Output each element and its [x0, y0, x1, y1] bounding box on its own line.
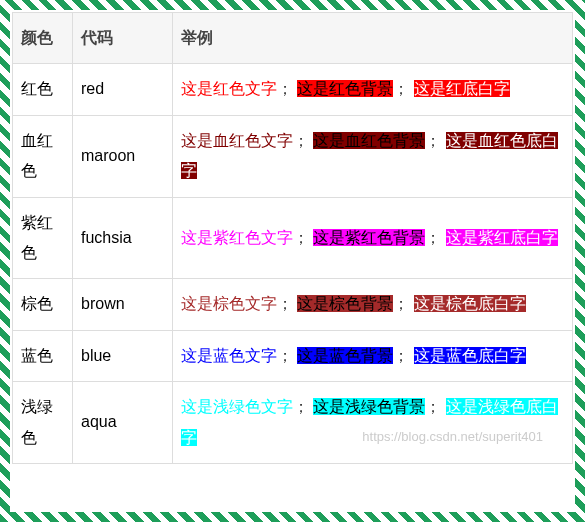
color-example: 这是浅绿色文字； 这是浅绿色背景； 这是浅绿色底白字 — [173, 382, 573, 464]
color-example: 这是紫红色文字； 这是紫红色背景； 这是紫红底白字 — [173, 197, 573, 279]
color-name: 血红色 — [13, 115, 73, 197]
example-bg-color: 这是紫红色背景 — [313, 229, 425, 246]
separator: ； — [293, 398, 309, 415]
example-inverse: 这是棕色底白字 — [414, 295, 526, 312]
example-bg-color: 这是蓝色背景 — [297, 347, 393, 364]
example-bg-color: 这是浅绿色背景 — [313, 398, 425, 415]
example-text-color: 这是棕色文字 — [181, 295, 277, 312]
header-color: 颜色 — [13, 13, 73, 64]
example-text-color: 这是红色文字 — [181, 80, 277, 97]
table-row: 血红色 maroon 这是血红色文字； 这是血红色背景； 这是血红色底白字 — [13, 115, 573, 197]
example-bg-color: 这是棕色背景 — [297, 295, 393, 312]
table-header-row: 颜色 代码 举例 — [13, 13, 573, 64]
color-code: aqua — [73, 382, 173, 464]
table-row: 蓝色 blue 这是蓝色文字； 这是蓝色背景； 这是蓝色底白字 — [13, 330, 573, 381]
separator: ； — [425, 398, 441, 415]
example-bg-color: 这是红色背景 — [297, 80, 393, 97]
header-code: 代码 — [73, 13, 173, 64]
color-example: 这是血红色文字； 这是血红色背景； 这是血红色底白字 — [173, 115, 573, 197]
color-example: 这是红色文字； 这是红色背景； 这是红底白字 — [173, 64, 573, 115]
color-code: brown — [73, 279, 173, 330]
color-name: 蓝色 — [13, 330, 73, 381]
color-code: red — [73, 64, 173, 115]
table-row: 紫红色 fuchsia 这是紫红色文字； 这是紫红色背景； 这是紫红底白字 — [13, 197, 573, 279]
color-example: 这是蓝色文字； 这是蓝色背景； 这是蓝色底白字 — [173, 330, 573, 381]
color-code: fuchsia — [73, 197, 173, 279]
example-inverse: 这是蓝色底白字 — [414, 347, 526, 364]
table-row: 红色 red 这是红色文字； 这是红色背景； 这是红底白字 — [13, 64, 573, 115]
separator: ； — [425, 229, 441, 246]
separator: ； — [393, 347, 409, 364]
separator: ； — [393, 80, 409, 97]
example-text-color: 这是浅绿色文字 — [181, 398, 293, 415]
color-name: 紫红色 — [13, 197, 73, 279]
separator: ； — [393, 295, 409, 312]
header-example: 举例 — [173, 13, 573, 64]
example-bg-color: 这是血红色背景 — [313, 132, 425, 149]
example-inverse: 这是紫红底白字 — [446, 229, 558, 246]
color-name: 棕色 — [13, 279, 73, 330]
example-text-color: 这是紫红色文字 — [181, 229, 293, 246]
color-code: blue — [73, 330, 173, 381]
example-text-color: 这是蓝色文字 — [181, 347, 277, 364]
color-name: 浅绿色 — [13, 382, 73, 464]
separator: ； — [293, 229, 309, 246]
separator: ； — [425, 132, 441, 149]
example-inverse: 这是红底白字 — [414, 80, 510, 97]
separator: ； — [293, 132, 309, 149]
table-row: 浅绿色 aqua 这是浅绿色文字； 这是浅绿色背景； 这是浅绿色底白字 — [13, 382, 573, 464]
table-row: 棕色 brown 这是棕色文字； 这是棕色背景； 这是棕色底白字 — [13, 279, 573, 330]
separator: ； — [277, 295, 293, 312]
color-name: 红色 — [13, 64, 73, 115]
color-code: maroon — [73, 115, 173, 197]
example-text-color: 这是血红色文字 — [181, 132, 293, 149]
separator: ； — [277, 80, 293, 97]
separator: ； — [277, 347, 293, 364]
color-table: 颜色 代码 举例 红色 red 这是红色文字； 这是红色背景； 这是红底白字 血… — [12, 12, 573, 464]
color-example: 这是棕色文字； 这是棕色背景； 这是棕色底白字 — [173, 279, 573, 330]
